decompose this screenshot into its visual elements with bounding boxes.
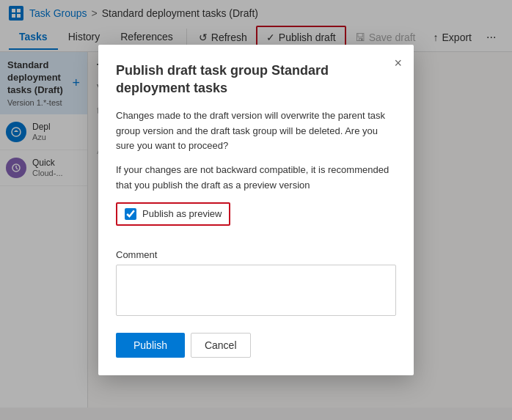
publish-button[interactable]: Publish [116, 333, 185, 358]
publish-as-preview-label: Publish as preview [142, 208, 222, 219]
cancel-button[interactable]: Cancel [191, 333, 251, 358]
modal-body-text-1: Changes made to the draft version will o… [116, 108, 396, 154]
publish-as-preview-checkbox-row[interactable]: Publish as preview [116, 202, 230, 226]
modal-close-button[interactable]: × [391, 54, 405, 73]
comment-label: Comment [116, 249, 396, 260]
modal-footer: Publish Cancel [116, 333, 396, 358]
comment-textarea[interactable] [116, 265, 396, 316]
publish-modal: × Publish draft task group Standard depl… [98, 45, 414, 375]
modal-overlay: × Publish draft task group Standard depl… [0, 0, 512, 420]
modal-body-text-2: If your changes are not backward compati… [116, 163, 396, 194]
publish-as-preview-checkbox[interactable] [125, 208, 136, 220]
modal-title: Publish draft task group Standard deploy… [116, 62, 396, 97]
